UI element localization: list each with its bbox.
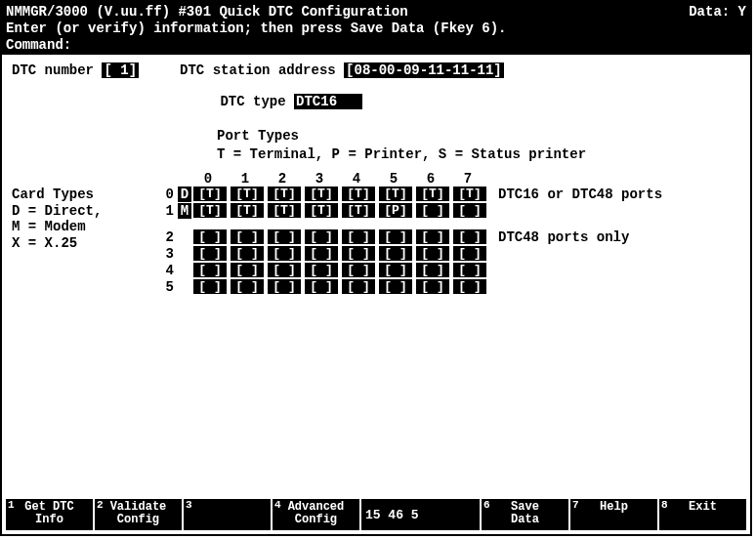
port-types-legend: T = Terminal, P = Printer, S = Status pr… [217, 145, 740, 163]
port-field[interactable]: [T] [193, 203, 227, 218]
port-field[interactable]: [ ] [416, 246, 449, 261]
fkey-number: 4 [274, 499, 281, 511]
dtc-station-field[interactable]: [08-00-09-11-11-11] [344, 62, 504, 78]
port-field[interactable]: [ ] [453, 263, 486, 277]
port-field[interactable]: [T] [342, 203, 375, 218]
port-field[interactable]: [ ] [305, 263, 338, 277]
card-row: 3 [ ][ ][ ][ ][ ][ ][ ][ ] [158, 246, 662, 262]
fkey-number: 7 [572, 499, 579, 511]
fkey-number: 8 [661, 499, 668, 511]
fkey-4[interactable]: 4AdvancedConfig [273, 499, 359, 530]
fkey-label: Config [273, 514, 358, 526]
port-field[interactable]: [ ] [453, 279, 486, 294]
port-field[interactable]: [ ] [416, 279, 449, 294]
port-field[interactable]: [ ] [342, 246, 375, 261]
card-row: 0D[T][T][T][T][T][T][T][T]DTC16 or DTC48… [158, 187, 662, 202]
port-field[interactable]: [ ] [231, 229, 264, 244]
port-field[interactable]: [ ] [379, 229, 412, 244]
port-field[interactable]: [T] [379, 187, 412, 201]
data-flag-value: Y [738, 4, 746, 21]
status-bar: 15 46 5 [361, 499, 480, 530]
card-type-field[interactable]: D [178, 187, 191, 202]
port-field[interactable]: [T] [416, 187, 449, 201]
dtc-number-field[interactable]: [ 1] [102, 62, 139, 78]
fkey-label: Exit [660, 501, 745, 514]
card-type-field[interactable]: M [178, 203, 191, 219]
instruction-line: Enter (or verify) information; then pres… [6, 21, 746, 37]
port-field[interactable]: [T] [305, 203, 338, 218]
port-field[interactable]: [T] [342, 187, 375, 201]
port-field[interactable]: [ ] [268, 263, 301, 277]
column-headers: 01234567 [189, 171, 740, 187]
row-number: 1 [158, 203, 174, 219]
port-field[interactable]: [ ] [453, 229, 486, 244]
port-field[interactable]: [T] [268, 203, 301, 218]
fkey-label: Data [483, 514, 567, 526]
command-prompt[interactable]: Command: [6, 37, 746, 54]
port-field[interactable]: [ ] [268, 246, 301, 261]
dtc-station-label: DTC station address [180, 62, 336, 78]
fkey-7[interactable]: 7Help [570, 499, 657, 530]
port-field[interactable]: [T] [193, 187, 227, 201]
port-field[interactable]: [ ] [416, 229, 449, 244]
port-types-heading: Port Types [217, 127, 740, 145]
port-field[interactable]: [T] [453, 187, 486, 201]
fkey-1[interactable]: 1Get DTCInfo [6, 499, 93, 530]
data-flag-label: Data: [689, 4, 730, 21]
fkey-3[interactable]: 3 [184, 499, 271, 530]
port-field[interactable]: [T] [305, 187, 338, 201]
port-field[interactable]: [ ] [231, 246, 264, 261]
port-field[interactable]: [ ] [231, 263, 264, 277]
port-field[interactable]: [ ] [268, 229, 301, 244]
row-note: DTC48 ports only [498, 229, 629, 245]
dtc-type-label: DTC type [220, 94, 285, 109]
port-field[interactable]: [T] [268, 187, 301, 201]
fkey-label: Info [7, 514, 92, 526]
dtc-type-field[interactable]: DTC16 [294, 94, 362, 109]
port-field[interactable]: [ ] [193, 246, 227, 261]
row-number: 5 [158, 279, 174, 295]
card-types-legend-m: M = Modem [12, 219, 158, 235]
port-field[interactable]: [ ] [231, 279, 264, 294]
port-field[interactable]: [ ] [453, 203, 486, 218]
card-types-heading: Card Types [12, 187, 158, 203]
port-field[interactable]: [ ] [342, 229, 375, 244]
port-field[interactable]: [ ] [268, 279, 301, 294]
port-field[interactable]: [ ] [193, 263, 227, 277]
row-number: 3 [158, 246, 174, 262]
row-number: 0 [158, 187, 174, 202]
port-field[interactable]: [ ] [416, 263, 449, 277]
card-row: 4 [ ][ ][ ][ ][ ][ ][ ][ ] [158, 263, 662, 278]
port-field[interactable]: [ ] [342, 263, 375, 277]
fkey-number: 3 [186, 499, 192, 511]
card-row: 5 [ ][ ][ ][ ][ ][ ][ ][ ] [158, 279, 662, 295]
card-row: 2 [ ][ ][ ][ ][ ][ ][ ][ ]DTC48 ports on… [158, 229, 662, 245]
dtc-number-label: DTC number [12, 62, 94, 78]
fkey-label: Config [96, 514, 181, 526]
port-field[interactable]: [ ] [342, 279, 375, 294]
fkey-number: 1 [8, 499, 15, 511]
port-field[interactable]: [ ] [379, 279, 412, 294]
row-number: 4 [158, 263, 174, 278]
port-field[interactable]: [ ] [379, 263, 412, 277]
port-field[interactable]: [ ] [416, 203, 449, 218]
fkey-number: 6 [483, 499, 490, 511]
card-types-legend-d: D = Direct, [12, 203, 158, 220]
card-types-legend-x: X = X.25 [12, 235, 158, 252]
port-field[interactable]: [ ] [305, 279, 338, 294]
port-field[interactable]: [ ] [193, 279, 227, 294]
window-title: NMMGR/3000 (V.uu.ff) #301 Quick DTC Conf… [6, 4, 689, 21]
row-number: 2 [158, 229, 174, 245]
port-field[interactable]: [T] [231, 187, 264, 201]
port-field[interactable]: [ ] [193, 229, 227, 244]
port-field[interactable]: [ ] [453, 246, 486, 261]
fkey-6[interactable]: 6SaveData [482, 499, 568, 530]
card-row: 1M[T][T][T][T][T][P][ ][ ] [158, 203, 662, 219]
fkey-2[interactable]: 2ValidateConfig [95, 499, 182, 530]
port-field[interactable]: [ ] [305, 246, 338, 261]
port-field[interactable]: [ ] [379, 246, 412, 261]
fkey-8[interactable]: 8Exit [659, 499, 746, 530]
port-field[interactable]: [P] [379, 203, 412, 218]
port-field[interactable]: [ ] [305, 229, 338, 244]
port-field[interactable]: [T] [231, 203, 264, 218]
